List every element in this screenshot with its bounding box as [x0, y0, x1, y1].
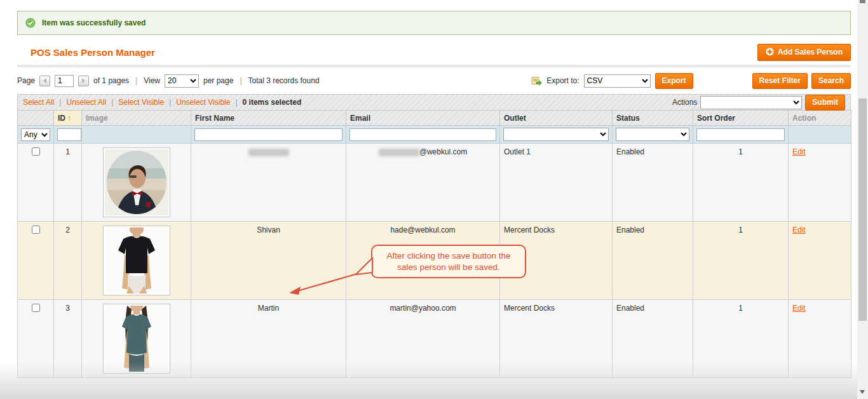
table-row[interactable]: 1: [18, 144, 851, 222]
previous-page-button[interactable]: [39, 76, 50, 86]
salesperson-grid: ID↑ Image First Name Email Outlet Status…: [17, 110, 851, 378]
admin-content: Item was successfully saved POS Sales Pe…: [17, 0, 851, 378]
select-visible-link[interactable]: Select Visible: [118, 98, 164, 107]
actions-label: Actions: [672, 98, 697, 107]
grid-header-row: ID↑ Image First Name Email Outlet Status…: [18, 111, 851, 126]
cell-sort-order: 1: [738, 226, 743, 234]
cell-outlet: Mercent Docks: [504, 304, 555, 313]
cell-first-name: Martin: [258, 304, 279, 313]
cell-email: hade@webkul.com: [390, 226, 455, 234]
filter-status-select[interactable]: [616, 128, 689, 141]
massaction-bar: Select All | Unselect All | Select Visib…: [17, 94, 851, 110]
separator: |: [238, 76, 243, 85]
scrollbar-thumb[interactable]: [858, 98, 867, 321]
cell-status: Enabled: [616, 147, 644, 156]
grid-toolbar: Page of 1 pages | View 20 per page | Tot…: [17, 67, 851, 94]
search-button[interactable]: Search: [811, 73, 851, 89]
page-header: POS Sales Person Manager Add Sales Perso…: [17, 43, 851, 61]
callout-text-line1: After clicking the save button the: [372, 250, 525, 262]
chevron-left-icon: [43, 78, 46, 83]
success-message-text: Item was successfully saved: [42, 18, 146, 27]
separator: |: [233, 98, 239, 107]
cell-sort-order: 1: [738, 304, 743, 313]
unselect-all-link[interactable]: Unselect All: [66, 98, 106, 107]
header-id[interactable]: ID↑: [54, 111, 82, 126]
annotation-callout: After clicking the save button the sales…: [371, 245, 526, 278]
scrollbar-top-button[interactable]: [860, 0, 865, 3]
salesperson-image: [103, 226, 170, 295]
per-page-label: per page: [203, 76, 233, 85]
add-sales-person-button[interactable]: Add Sales Person: [757, 44, 851, 61]
export-button[interactable]: Export: [655, 73, 693, 89]
per-page-select[interactable]: 20: [165, 74, 199, 88]
cell-id: 1: [65, 147, 70, 156]
salesperson-image: [103, 304, 170, 374]
success-message: Item was successfully saved: [17, 11, 851, 35]
massaction-links: Select All | Unselect All | Select Visib…: [23, 98, 301, 107]
header-checkbox-cell: [18, 111, 54, 126]
plus-icon: [766, 48, 774, 56]
vertical-scrollbar[interactable]: [857, 0, 868, 399]
filter-any-select[interactable]: Any: [21, 128, 50, 141]
export-group: Export to: CSV Export: [531, 73, 693, 89]
cell-email: @webkul.com: [419, 147, 468, 156]
cell-status: Enabled: [616, 226, 644, 234]
total-pages-label: of 1 pages: [93, 76, 129, 85]
items-selected-count: 0 items selected: [243, 98, 302, 107]
separator: |: [57, 98, 63, 107]
select-all-link[interactable]: Select All: [23, 98, 54, 107]
male-portrait-photo: [105, 149, 168, 215]
grid-filter-row: Any: [18, 126, 851, 144]
black-tshirt-photo: [105, 227, 168, 294]
add-sales-person-label: Add Sales Person: [778, 48, 843, 57]
header-email[interactable]: Email: [346, 111, 500, 126]
unselect-visible-link[interactable]: Unselect Visible: [176, 98, 230, 107]
chevron-right-icon: [82, 78, 85, 83]
row-checkbox[interactable]: [32, 147, 40, 156]
header-sort-order[interactable]: Sort Order: [693, 111, 789, 126]
export-icon: [531, 76, 542, 86]
page-title: POS Sales Person Manager: [17, 47, 155, 58]
edit-link[interactable]: Edit: [792, 304, 806, 313]
cell-status: Enabled: [616, 304, 644, 313]
export-to-label: Export to:: [546, 76, 579, 85]
edit-link[interactable]: Edit: [792, 147, 806, 156]
sort-ascending-icon: ↑: [67, 114, 71, 123]
filter-id-input[interactable]: [57, 128, 81, 141]
redacted-first-name: [248, 149, 289, 156]
filter-sort-order-input[interactable]: [696, 128, 785, 141]
edit-link[interactable]: Edit: [792, 226, 806, 234]
massaction-actions: Actions Submit: [672, 95, 845, 111]
cell-first-name: Shivan: [257, 226, 280, 234]
next-page-button[interactable]: [78, 76, 89, 86]
row-checkbox[interactable]: [32, 226, 40, 234]
export-and-search: Export to: CSV Export Reset Filter Searc…: [531, 73, 851, 89]
submit-button[interactable]: Submit: [805, 95, 845, 111]
callout-arrow-icon: [280, 255, 388, 299]
teal-tshirt-photo: [105, 306, 168, 372]
cell-sort-order: 1: [738, 147, 743, 156]
table-row[interactable]: 3: [18, 300, 851, 378]
header-status[interactable]: Status: [613, 111, 693, 126]
scrollbar-down-arrow-icon[interactable]: [860, 390, 865, 394]
row-checkbox[interactable]: [32, 304, 40, 312]
actions-select[interactable]: [700, 96, 802, 109]
cell-id: 2: [65, 226, 70, 234]
separator: |: [167, 98, 173, 107]
cell-id: 3: [65, 304, 70, 313]
filter-outlet-select[interactable]: [503, 128, 609, 141]
filter-first-name-input[interactable]: [194, 128, 342, 141]
success-check-icon: [25, 18, 36, 28]
total-records-label: Total 3 records found: [248, 76, 320, 85]
cell-email: martin@yahoo.com: [390, 304, 456, 313]
page-number-input[interactable]: [55, 75, 74, 87]
header-outlet[interactable]: Outlet: [500, 111, 613, 126]
header-first-name[interactable]: First Name: [191, 111, 346, 126]
filter-buttons: Reset Filter Search: [752, 73, 851, 89]
cell-outlet: Mercent Docks: [504, 226, 555, 234]
reset-filter-button[interactable]: Reset Filter: [752, 73, 808, 89]
filter-email-input[interactable]: [349, 128, 496, 141]
export-format-select[interactable]: CSV: [584, 74, 651, 88]
view-label: View: [144, 76, 160, 85]
header-action: Action: [789, 111, 851, 126]
